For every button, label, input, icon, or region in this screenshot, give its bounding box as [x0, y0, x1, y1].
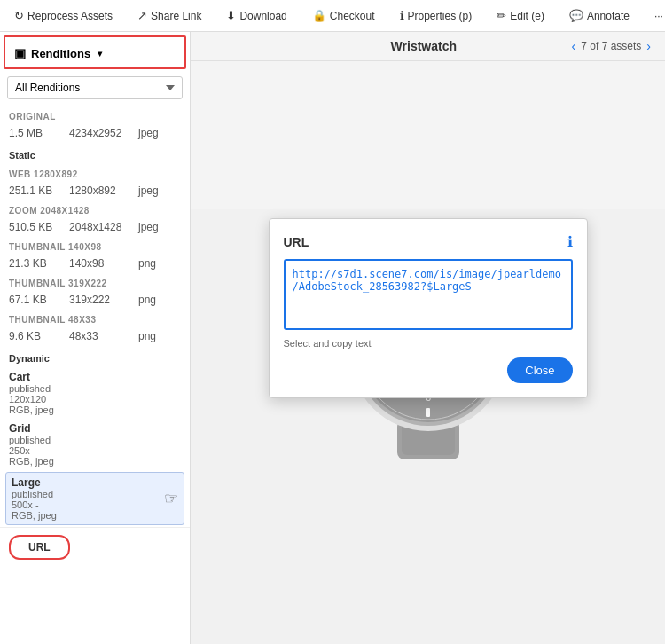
- download-button[interactable]: ⬇ Download: [219, 5, 293, 26]
- dynamic-label: Dynamic: [0, 346, 190, 367]
- static-label: Static: [0, 143, 190, 164]
- original-item[interactable]: 1.5 MB 4234x2952 jpeg: [0, 123, 190, 143]
- thumb319-label: THUMBNAIL 319X222: [0, 273, 190, 290]
- thumb48-label: THUMBNAIL 48X33: [0, 310, 190, 326]
- info-icon: ℹ: [400, 9, 404, 22]
- url-modal-actions: Close: [284, 357, 573, 383]
- properties-button[interactable]: ℹ Properties (p): [393, 5, 480, 26]
- url-textarea[interactable]: [284, 259, 573, 330]
- download-icon: ⬇: [226, 9, 236, 22]
- thumb140-label: THUMBNAIL 140X98: [0, 237, 190, 254]
- url-modal-close-button[interactable]: Close: [507, 357, 572, 383]
- share-icon: ↗: [137, 9, 147, 22]
- dynamic-item-grid[interactable]: Grid published 250x - RGB, jpeg: [0, 419, 190, 470]
- annotate-button[interactable]: 💬 Annotate: [562, 5, 637, 26]
- static-item-zoom[interactable]: ZOOM 2048X1428 510.5 KB 2048x1428 jpeg: [0, 200, 190, 237]
- thumb140-rendition[interactable]: 21.3 KB 140x98 png: [0, 254, 190, 273]
- lock-icon: 🔒: [312, 9, 326, 22]
- static-item-thumb140[interactable]: THUMBNAIL 140X98 21.3 KB 140x98 png: [0, 237, 190, 273]
- checkout-button[interactable]: 🔒 Checkout: [305, 5, 382, 26]
- next-arrow[interactable]: ›: [646, 39, 651, 53]
- web-rendition[interactable]: 251.1 KB 1280x892 jpeg: [0, 181, 190, 200]
- asset-title-bar: Wristwatch ‹ 7 of 7 assets ›: [191, 32, 665, 61]
- zoom-label: ZOOM 2048X1428: [0, 200, 190, 217]
- url-modal: URL ℹ Select and copy text Close: [269, 218, 588, 398]
- url-modal-overlay: URL ℹ Select and copy text Close: [191, 209, 665, 644]
- nav-arrows: ‹ 7 of 7 assets ›: [572, 39, 651, 53]
- thumb319-rendition[interactable]: 67.1 KB 319x222 png: [0, 290, 190, 310]
- url-modal-hint: Select and copy text: [284, 338, 573, 349]
- url-modal-header: URL ℹ: [284, 233, 573, 250]
- dynamic-item-cart[interactable]: Cart published 120x120 RGB, jpeg: [0, 367, 190, 419]
- prev-arrow[interactable]: ‹: [572, 39, 576, 53]
- url-modal-title: URL: [284, 235, 309, 249]
- nav-label: 7 of 7 assets: [581, 40, 641, 52]
- zoom-rendition[interactable]: 510.5 KB 2048x1428 jpeg: [0, 217, 190, 237]
- left-panel: ▣ Renditions ▾ All Renditions ORIGINAL 1…: [0, 32, 191, 644]
- reprocess-icon: ↻: [14, 9, 24, 22]
- info-circle-icon[interactable]: ℹ: [567, 233, 573, 250]
- edit-button[interactable]: ✏ Edit (e): [489, 5, 552, 26]
- static-item-thumb48[interactable]: THUMBNAIL 48X33 9.6 KB 48x33 png: [0, 310, 190, 346]
- static-item-thumb319[interactable]: THUMBNAIL 319X222 67.1 KB 319x222 png: [0, 273, 190, 310]
- right-panel: Wristwatch ‹ 7 of 7 assets ›: [191, 32, 665, 644]
- original-label: ORIGINAL: [0, 106, 190, 123]
- edit-icon: ✏: [497, 9, 506, 22]
- renditions-header[interactable]: ▣ Renditions ▾: [4, 35, 186, 69]
- web-label: WEB 1280X892: [0, 164, 190, 181]
- url-button-area: URL: [0, 527, 190, 567]
- static-item-web[interactable]: WEB 1280X892 251.1 KB 1280x892 jpeg: [0, 164, 190, 200]
- renditions-icon: ▣: [14, 46, 26, 60]
- thumb48-rendition[interactable]: 9.6 KB 48x33 png: [0, 326, 190, 346]
- main-layout: ▣ Renditions ▾ All Renditions ORIGINAL 1…: [0, 32, 665, 644]
- annotate-icon: 💬: [569, 9, 583, 22]
- more-button[interactable]: ···: [647, 6, 665, 26]
- reprocess-assets-button[interactable]: ↻ Reprocess Assets: [7, 5, 120, 26]
- hand-cursor-icon: ☞: [164, 489, 178, 508]
- dynamic-item-large[interactable]: Large published 500x - RGB, jpeg ☞: [5, 472, 184, 525]
- toolbar: ↻ Reprocess Assets ↗ Share Link ⬇ Downlo…: [0, 0, 665, 32]
- chevron-down-icon: ▾: [98, 49, 102, 59]
- share-link-button[interactable]: ↗ Share Link: [130, 5, 208, 26]
- renditions-dropdown[interactable]: All Renditions: [7, 76, 183, 99]
- asset-title: Wristwatch: [276, 39, 572, 53]
- url-button[interactable]: URL: [9, 535, 70, 560]
